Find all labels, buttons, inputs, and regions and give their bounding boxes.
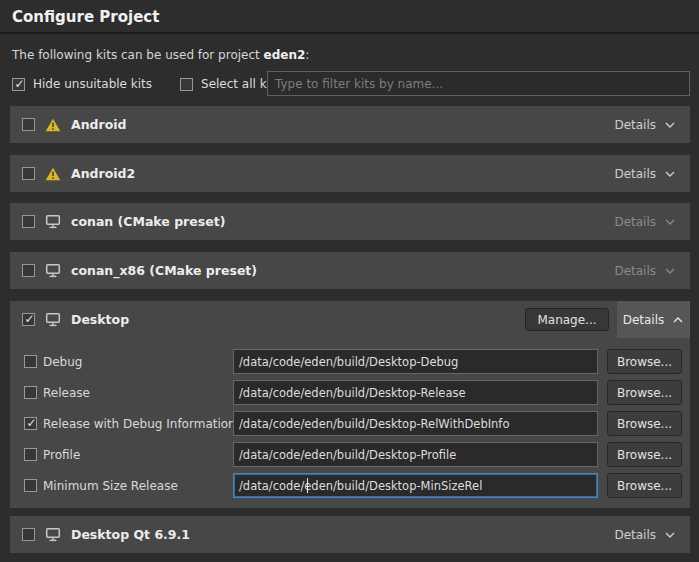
- build-config-label: Minimum Size Release: [43, 479, 178, 493]
- build-config-row-minsizerel: Minimum Size Release Browse...: [10, 473, 690, 498]
- details-button[interactable]: Details: [614, 155, 676, 192]
- kits-intro-text: The following kits can be used for proje…: [12, 48, 309, 62]
- kit-row-conan[interactable]: conan (CMake preset) Details: [10, 203, 690, 240]
- manage-button[interactable]: Manage...: [525, 308, 609, 331]
- details-label: Details: [614, 167, 656, 181]
- details-label: Details: [614, 215, 656, 229]
- details-button[interactable]: Details: [614, 516, 676, 553]
- kit-checkbox[interactable]: [22, 264, 35, 277]
- build-config-row-profile: Profile Browse...: [10, 442, 690, 467]
- select-all-kits-checkbox[interactable]: [180, 78, 193, 91]
- build-config-checkbox[interactable]: [24, 355, 37, 368]
- browse-button[interactable]: Browse...: [607, 442, 682, 467]
- chevron-down-icon: [664, 121, 676, 129]
- chevron-down-icon: [664, 531, 676, 539]
- details-label: Details: [614, 118, 656, 132]
- browse-button[interactable]: Browse...: [607, 349, 682, 374]
- kit-header: conan (CMake preset) Details: [10, 203, 690, 240]
- warning-icon: [45, 118, 61, 132]
- intro-prefix: The following kits can be used for proje…: [12, 48, 264, 62]
- chevron-down-icon: [664, 170, 676, 178]
- details-button[interactable]: Details: [614, 203, 676, 240]
- chevron-down-icon: [664, 218, 676, 226]
- project-name: eden2: [264, 48, 306, 62]
- build-dir-input-focused[interactable]: [233, 473, 598, 498]
- details-label: Details: [614, 528, 656, 542]
- kit-header: Desktop Qt 6.9.1 Details: [10, 516, 690, 553]
- build-dir-input[interactable]: [233, 380, 598, 405]
- build-config-label: Debug: [43, 355, 82, 369]
- kit-row-desktop[interactable]: Desktop Manage... Details Debug Browse..…: [10, 301, 690, 508]
- kit-name: Android: [71, 117, 127, 132]
- details-button-expanded[interactable]: Details: [617, 301, 690, 338]
- filter-bar: Hide unsuitable kits Select all kits: [12, 71, 301, 97]
- build-config-row-release: Release Browse...: [10, 380, 690, 405]
- kit-filter-input[interactable]: [267, 71, 690, 96]
- details-label: Details: [623, 313, 665, 327]
- kit-checkbox[interactable]: [22, 118, 35, 131]
- build-config-checkbox[interactable]: [24, 386, 37, 399]
- hide-unsuitable-kits-checkbox[interactable]: [12, 78, 25, 91]
- warning-icon: [45, 167, 61, 181]
- text-caret: [307, 478, 308, 493]
- build-dir-input[interactable]: [233, 442, 598, 467]
- chevron-down-icon: [664, 267, 676, 275]
- browse-button[interactable]: Browse...: [607, 380, 682, 405]
- kit-header: Android Details: [10, 106, 690, 143]
- build-config-label: Profile: [43, 448, 80, 462]
- kit-name: Android2: [71, 166, 135, 181]
- desktop-monitor-icon: [45, 527, 61, 542]
- intro-suffix: :: [305, 48, 309, 62]
- build-config-row-relwithdebinfo: Release with Debug Information Browse...: [10, 411, 690, 436]
- kit-header: Desktop Manage... Details: [10, 301, 690, 338]
- title-divider: [0, 32, 699, 34]
- details-label: Details: [614, 264, 656, 278]
- build-config-checkbox[interactable]: [24, 448, 37, 461]
- kit-checkbox[interactable]: [22, 167, 35, 180]
- kit-header: Android2 Details: [10, 155, 690, 192]
- desktop-monitor-icon: [45, 263, 61, 278]
- kit-row-conan-x86[interactable]: conan_x86 (CMake preset) Details: [10, 252, 690, 289]
- hide-unsuitable-kits-label: Hide unsuitable kits: [33, 77, 152, 91]
- kit-row-android2[interactable]: Android2 Details: [10, 155, 690, 192]
- kit-name: conan (CMake preset): [71, 214, 225, 229]
- browse-button[interactable]: Browse...: [607, 473, 682, 498]
- chevron-up-icon: [672, 316, 684, 324]
- build-config-row-debug: Debug Browse...: [10, 349, 690, 374]
- kit-checkbox[interactable]: [22, 313, 35, 326]
- kit-row-android[interactable]: Android Details: [10, 106, 690, 143]
- kit-row-desktop-qt-691[interactable]: Desktop Qt 6.9.1 Details: [10, 516, 690, 553]
- kit-name: Desktop Qt 6.9.1: [71, 527, 190, 542]
- desktop-monitor-icon: [45, 214, 61, 229]
- browse-button[interactable]: Browse...: [607, 411, 682, 436]
- desktop-monitor-icon: [45, 312, 61, 327]
- build-config-label: Release with Debug Information: [43, 417, 236, 431]
- kit-checkbox[interactable]: [22, 215, 35, 228]
- kit-checkbox[interactable]: [22, 528, 35, 541]
- kit-header: conan_x86 (CMake preset) Details: [10, 252, 690, 289]
- build-config-checkbox[interactable]: [24, 479, 37, 492]
- build-dir-input[interactable]: [233, 411, 598, 436]
- kit-name: Desktop: [71, 312, 129, 327]
- page-title: Configure Project: [12, 8, 159, 26]
- details-button[interactable]: Details: [614, 106, 676, 143]
- kit-name: conan_x86 (CMake preset): [71, 263, 257, 278]
- configure-project-page: { "header": { "title": "Configure Projec…: [0, 0, 699, 562]
- build-config-checkbox[interactable]: [24, 417, 37, 430]
- build-config-label: Release: [43, 386, 90, 400]
- build-dir-input[interactable]: [233, 349, 598, 374]
- details-button[interactable]: Details: [614, 252, 676, 289]
